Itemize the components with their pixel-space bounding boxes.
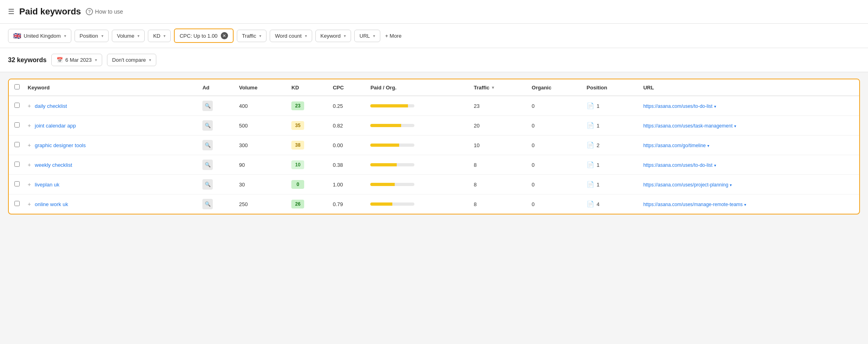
organic-cell: 0 xyxy=(528,116,583,136)
page-icon: 📄 xyxy=(587,122,594,129)
close-icon[interactable]: ✕ xyxy=(221,32,228,39)
url-cell: https://asana.com/uses/manage-remote-tea… xyxy=(639,194,859,214)
filter-traffic-label: Traffic xyxy=(242,33,256,39)
url-link[interactable]: https://asana.com/uses/to-do-list xyxy=(643,103,713,109)
page-icon: 📄 xyxy=(587,161,594,168)
calendar-icon: 📅 xyxy=(57,57,63,63)
filter-position[interactable]: Position ▾ xyxy=(75,30,109,42)
url-chevron-icon[interactable]: ▾ xyxy=(730,183,732,187)
keyword-cell: + graphic designer tools xyxy=(24,136,198,155)
kd-cell: 26 xyxy=(287,194,329,214)
ad-cell: 🔍 xyxy=(198,96,235,116)
url-link[interactable]: https://asana.com/uses/to-do-list xyxy=(643,162,713,168)
ad-search-icon[interactable]: 🔍 xyxy=(202,160,213,170)
expand-icon[interactable]: + xyxy=(28,181,31,188)
row-checkbox-cell xyxy=(9,136,24,155)
organic-cell: 0 xyxy=(528,155,583,175)
keyword-cell: + weekly checklist xyxy=(24,155,198,175)
url-link[interactable]: https://asana.com/go/timeline xyxy=(643,143,706,148)
menu-icon[interactable]: ☰ xyxy=(8,7,14,16)
position-value: 2 xyxy=(597,142,600,148)
keyword-link[interactable]: graphic designer tools xyxy=(35,142,86,148)
more-filters-button[interactable]: + More xyxy=(385,33,402,39)
expand-icon[interactable]: + xyxy=(28,103,31,109)
bar-empty xyxy=(408,104,415,107)
filter-url[interactable]: URL ▾ xyxy=(354,30,380,42)
toolbar: 32 keywords 📅 6 Mar 2023 ▾ Don't compare… xyxy=(0,48,868,72)
position-cell: 📄 1 xyxy=(583,155,639,175)
ad-search-icon[interactable]: 🔍 xyxy=(202,140,213,150)
url-chevron-icon[interactable]: ▾ xyxy=(734,124,736,128)
filter-url-label: URL xyxy=(359,33,370,39)
url-cell: https://asana.com/uses/to-do-list ▾ xyxy=(639,96,859,116)
filter-country[interactable]: 🇬🇧 United Kingdom ▾ xyxy=(8,29,71,43)
url-link[interactable]: https://asana.com/uses/project-planning xyxy=(643,182,728,188)
position-value: 1 xyxy=(597,182,600,188)
kd-cell: 10 xyxy=(287,155,329,175)
expand-icon[interactable]: + xyxy=(28,142,31,148)
filter-volume[interactable]: Volume ▾ xyxy=(112,30,145,42)
bar-empty xyxy=(392,202,414,206)
kd-badge: 38 xyxy=(291,141,304,150)
bar-filled xyxy=(370,104,408,107)
cpc-cell: 0.00 xyxy=(329,136,366,155)
url-chevron-icon[interactable]: ▾ xyxy=(714,104,716,109)
paid-org-cell xyxy=(366,155,470,175)
filter-wordcount[interactable]: Word count ▾ xyxy=(270,30,312,42)
expand-icon[interactable]: + xyxy=(28,201,31,207)
keyword-link[interactable]: daily checklist xyxy=(35,103,67,109)
page-icon: 📄 xyxy=(587,142,594,149)
bar-filled xyxy=(370,144,399,147)
bar-empty xyxy=(399,144,415,147)
traffic-bar xyxy=(370,144,414,147)
url-cell: https://asana.com/go/timeline ▾ xyxy=(639,136,859,155)
filter-traffic[interactable]: Traffic ▾ xyxy=(237,30,266,42)
filter-cpc[interactable]: CPC: Up to 1.00 ✕ xyxy=(174,28,234,43)
url-link[interactable]: https://asana.com/uses/task-management xyxy=(643,123,733,129)
row-checkbox[interactable] xyxy=(14,142,20,147)
volume-cell: 400 xyxy=(235,96,287,116)
row-checkbox[interactable] xyxy=(14,201,20,206)
row-checkbox[interactable] xyxy=(14,122,20,127)
kd-cell: 38 xyxy=(287,136,329,155)
ad-search-icon[interactable]: 🔍 xyxy=(202,101,213,111)
keyword-link[interactable]: liveplan uk xyxy=(35,182,59,188)
filter-kd[interactable]: KD ▾ xyxy=(148,30,171,42)
date-picker-button[interactable]: 📅 6 Mar 2023 ▾ xyxy=(51,54,102,66)
url-chevron-icon[interactable]: ▾ xyxy=(744,202,746,207)
select-all-checkbox[interactable] xyxy=(14,84,20,89)
th-traffic[interactable]: Traffic ▼ xyxy=(470,79,528,96)
how-to-use-link[interactable]: ? How to use xyxy=(86,8,123,15)
url-link[interactable]: https://asana.com/uses/manage-remote-tea… xyxy=(643,202,743,207)
ad-search-icon[interactable]: 🔍 xyxy=(202,199,213,209)
url-chevron-icon[interactable]: ▾ xyxy=(707,144,709,148)
traffic-cell: 8 xyxy=(470,194,528,214)
row-checkbox[interactable] xyxy=(14,181,20,186)
keyword-link[interactable]: online work uk xyxy=(35,201,68,207)
ad-cell: 🔍 xyxy=(198,155,235,175)
expand-icon[interactable]: + xyxy=(28,122,31,129)
th-volume: Volume xyxy=(235,79,287,96)
compare-button[interactable]: Don't compare ▾ xyxy=(107,54,156,66)
traffic-label: Traffic xyxy=(474,85,489,91)
expand-icon[interactable]: + xyxy=(28,162,31,168)
traffic-cell: 8 xyxy=(470,155,528,175)
ad-search-icon[interactable]: 🔍 xyxy=(202,120,213,131)
ad-search-icon[interactable]: 🔍 xyxy=(202,179,213,190)
row-checkbox[interactable] xyxy=(14,103,20,108)
position-cell: 📄 2 xyxy=(583,136,639,155)
row-checkbox[interactable] xyxy=(14,162,20,167)
url-chevron-icon[interactable]: ▾ xyxy=(714,163,716,168)
filter-country-label: United Kingdom xyxy=(24,33,61,39)
organic-cell: 0 xyxy=(528,194,583,214)
keyword-link[interactable]: joint calendar app xyxy=(35,123,76,129)
chevron-down-icon: ▾ xyxy=(373,34,375,38)
ad-cell: 🔍 xyxy=(198,116,235,136)
traffic-bar xyxy=(370,202,414,206)
row-checkbox-cell xyxy=(9,194,24,214)
position-cell: 📄 1 xyxy=(583,116,639,136)
kd-cell: 35 xyxy=(287,116,329,136)
keyword-link[interactable]: weekly checklist xyxy=(35,162,72,168)
volume-cell: 500 xyxy=(235,116,287,136)
filter-keyword[interactable]: Keyword ▾ xyxy=(315,30,351,42)
